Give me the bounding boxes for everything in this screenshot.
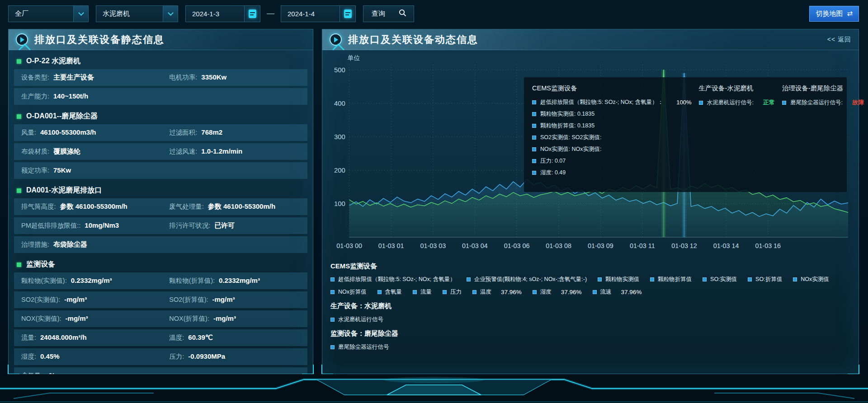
info-label: 废气处理量:	[169, 202, 204, 211]
legend-item[interactable]: 企业预警值(颗粒物:4; sOz-; NOx-;含氧气量:-)	[467, 276, 587, 283]
topbar: 全厂 水泥磨机 2024-1-3 — 2024-1-4 查询 切换地图 ⇄	[8, 5, 859, 23]
switch-map-button[interactable]: 切换地图 ⇄	[809, 6, 859, 22]
svg-text:200: 200	[334, 167, 345, 174]
legend-item-label: SO:折算值	[755, 276, 782, 283]
info-row: 排气筒高度:参数 46100-55300m/h废气处理量:参数 46100-55…	[14, 198, 307, 215]
tooltip-item-label: 压力: 0.07	[540, 157, 566, 165]
svg-text:01-03 11: 01-03 11	[630, 242, 655, 249]
legend-item[interactable]: 流量	[413, 288, 432, 296]
legend-marker-icon	[650, 277, 654, 281]
legend-item[interactable]: SO:实测值	[703, 276, 737, 283]
legend-item-value: 37.96%	[621, 289, 642, 295]
info-row: 颗粒物(实测值):0.2332mg/m³颗粒物(折算值):0.2332mg/m³	[14, 272, 307, 289]
start-date-value: 2024-1-3	[192, 10, 219, 18]
legend-row-1: 超低排放限值（颗拉物:5: SOz-; NOx; 含氧量）企业预警值(颗粒物:4…	[330, 276, 850, 283]
legend-item[interactable]: 超低排放限值（颗拉物:5: SOz-; NOx; 含氧量）	[330, 276, 456, 283]
end-date-input[interactable]: 2024-1-4	[281, 5, 356, 22]
calendar-icon[interactable]	[340, 6, 355, 22]
section-header: DA001-水泥磨尾排放口	[9, 181, 313, 198]
dynamic-info-panel: 排放口及关联设备动态信息 << 返回 单位50040030020010001-0…	[322, 29, 859, 374]
legend-marker-icon	[443, 290, 447, 294]
legend-item[interactable]: 温度37.96%	[472, 288, 522, 296]
legend-item[interactable]: 湿度37.96%	[533, 288, 582, 296]
info-label: PM超低排排放限值::	[21, 221, 80, 230]
legend-item[interactable]: SO:折算值	[748, 276, 782, 283]
svg-text:01-03 03: 01-03 03	[420, 242, 446, 249]
static-info-body: O-P-22 水泥磨机设备类型:主要生产设备电机功率:3350Kw生产能力:14…	[9, 50, 313, 384]
info-value: 0.45%	[40, 352, 60, 360]
swap-arrows-icon: ⇄	[847, 9, 853, 18]
legend-item[interactable]: 颗粒物实测值	[598, 276, 639, 283]
info-cell: 流量:24048.000m³/h	[21, 333, 169, 342]
info-row: 额定功率:75Kw	[14, 162, 307, 179]
info-label: 压力:	[169, 352, 184, 361]
info-value: 768m2	[201, 128, 222, 136]
legend-item[interactable]: NOx折算值	[330, 288, 367, 296]
info-cell: 治理措施:布袋除尘器	[21, 240, 169, 249]
section-header: O-P-22 水泥磨机	[9, 52, 313, 69]
signal-label: 水泥磨机运行信号:	[707, 99, 754, 107]
svg-text:01-03 14: 01-03 14	[713, 242, 739, 249]
info-label: 流量:	[21, 333, 36, 342]
chevron-down-icon[interactable]	[163, 6, 178, 22]
info-value: 24048.000m³/h	[40, 333, 87, 341]
info-label: SO2(折算值):	[169, 295, 208, 304]
date-range-separator: —	[267, 9, 274, 18]
info-value: -mg/m³	[66, 314, 88, 322]
svg-text:01-03 16: 01-03 16	[755, 242, 781, 249]
back-link[interactable]: << 返回	[827, 36, 851, 44]
legend-marker-icon	[598, 277, 602, 281]
info-row: 湿度:0.45%压力:-0.0930MPa	[14, 348, 307, 365]
info-cell: 颗粒物(折算值):0.2332mg/m³	[169, 276, 300, 285]
legend-item-value: 37.96%	[501, 289, 522, 295]
static-panel-title: 排放口及关联设备静态信息	[34, 33, 165, 47]
legend-item[interactable]: 水泥磨机运行信号	[330, 316, 383, 323]
legend-item-label: 超低排放限值（颗拉物:5: SOz-; NOx; 含氧量）	[338, 276, 456, 283]
query-button[interactable]: 查询	[363, 5, 414, 22]
legend-item[interactable]: 含氧量	[377, 288, 402, 296]
info-cell: 废气处理量:参数 46100-55300m/h	[169, 202, 300, 211]
legend-production-heading: 生产设备：水泥磨机	[330, 302, 850, 310]
legend-cems-heading: CEMS监测设备	[330, 262, 850, 271]
info-label: 生产能力:	[21, 92, 49, 101]
start-date-input[interactable]: 2024-1-3	[185, 5, 260, 22]
plant-select[interactable]: 全厂	[8, 5, 89, 22]
chevron-down-icon[interactable]	[73, 6, 88, 22]
info-cell: 生产能力:140~150t/h	[21, 92, 169, 101]
legend-item-label: NOx折算值	[338, 288, 367, 296]
svg-text:01-03 08: 01-03 08	[546, 242, 571, 249]
legend-item[interactable]: NOx实测值	[793, 276, 829, 283]
query-label: 查询	[372, 9, 385, 18]
svg-text:01-03 04: 01-03 04	[462, 242, 488, 249]
status-badge: 故障	[852, 98, 864, 107]
legend-item[interactable]: 颗粒物折算值	[650, 276, 692, 283]
device-select[interactable]: 水泥磨机	[96, 5, 178, 22]
tooltip-item: 超低排放限值（颗拉物:5: SOz-; NOx; 含氧量）：100%	[532, 98, 692, 106]
tooltip-treatment-column: 治理设备-磨尾除尘器 磨尾除尘器运行信号: 故障	[782, 84, 864, 185]
info-cell: 电机功率:3350Kw	[169, 73, 300, 82]
svg-text:01-03 06: 01-03 06	[504, 242, 530, 249]
legend-row-production: 水泥磨机运行信号	[330, 316, 850, 323]
legend-marker-icon	[330, 290, 335, 294]
legend-marker-icon	[532, 171, 536, 175]
legend-item[interactable]: 磨尾除尘器运行信号	[330, 343, 389, 351]
legend-item[interactable]: 流速37.96%	[593, 288, 642, 296]
device-select-value: 水泥磨机	[103, 9, 130, 18]
legend-item[interactable]: 压力	[443, 288, 462, 296]
info-cell: 压力:-0.0930MPa	[169, 352, 300, 361]
calendar-icon[interactable]	[244, 6, 260, 22]
info-label: 风量:	[21, 128, 36, 137]
play-icon	[330, 33, 342, 46]
info-cell: NOX(实测值):-mg/m³	[21, 314, 169, 323]
info-row: PM超低排排放限值::10mg/Nm3排污许可状况:已许可	[14, 217, 307, 234]
chart-area: 单位50040030020010001-03 0001-03 0101-03 0…	[330, 53, 851, 255]
info-cell: 风量:46100-55300m3/h	[21, 128, 169, 137]
info-cell: 过滤风速:1.0-1.2m/min	[169, 147, 300, 156]
legend-item-label: 温度	[480, 288, 491, 296]
info-cell: 额定功率:75Kw	[21, 166, 169, 175]
tooltip-treatment-header: 治理设备-磨尾除尘器	[782, 84, 864, 93]
tooltip-item: 颗粒物折算值: 0.1835	[532, 122, 692, 130]
info-row: 设备类型:主要生产设备电机功率:3350Kw	[14, 69, 307, 86]
legend-marker-icon	[472, 290, 476, 294]
info-cell: NOX(折算值):-mg/m³	[169, 314, 300, 323]
